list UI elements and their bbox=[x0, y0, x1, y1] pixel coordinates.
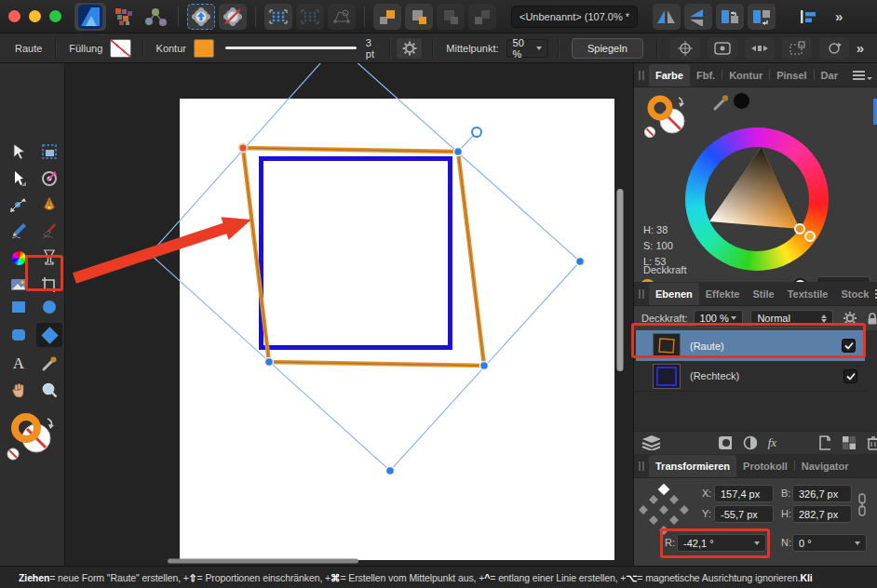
tab-darstellung[interactable]: Dar bbox=[815, 64, 844, 87]
tab-pinsel[interactable]: Pinsel bbox=[770, 64, 813, 87]
insertion-order-button[interactable] bbox=[794, 4, 822, 30]
diamond-tool-selected[interactable] bbox=[36, 323, 62, 347]
export-persona-button[interactable] bbox=[142, 4, 169, 30]
corner-handle-bottom[interactable] bbox=[386, 467, 395, 475]
rotation-dropdown[interactable]: -42,1 ° bbox=[677, 534, 766, 552]
mask-layer-icon[interactable] bbox=[718, 435, 733, 450]
rectangle-tool[interactable] bbox=[6, 295, 32, 319]
move-tool[interactable] bbox=[6, 140, 32, 164]
layer-row-rechteck[interactable]: (Rechteck) bbox=[636, 361, 867, 392]
trash-icon[interactable] bbox=[867, 435, 877, 450]
panel-menu-icon[interactable] bbox=[853, 71, 872, 80]
color-wheel[interactable] bbox=[685, 127, 829, 271]
move-to-back-button[interactable] bbox=[468, 4, 496, 30]
hue-ring-marker[interactable] bbox=[805, 232, 815, 241]
mirror-button[interactable]: Spiegeln bbox=[572, 38, 643, 59]
vector-brush-tool[interactable] bbox=[36, 219, 62, 243]
width-input[interactable]: 326,7 px bbox=[792, 485, 852, 502]
snap-grid-button-2[interactable] bbox=[296, 4, 324, 30]
move-to-front-button[interactable] bbox=[373, 4, 401, 30]
edge-handle-top-right[interactable] bbox=[454, 148, 463, 156]
blend-mode-dropdown[interactable]: Normal bbox=[750, 310, 832, 327]
transform-bounds-button[interactable] bbox=[782, 37, 812, 60]
visibility-checkbox[interactable] bbox=[843, 369, 857, 383]
ellipse-tool[interactable] bbox=[36, 295, 62, 319]
rotate-clockwise-button[interactable] bbox=[748, 4, 776, 30]
fx-icon[interactable]: fx bbox=[768, 435, 776, 450]
x-input[interactable]: 157,4 px bbox=[714, 485, 774, 502]
tab-navigator[interactable]: Navigator bbox=[795, 455, 856, 477]
rotation-handle[interactable] bbox=[472, 127, 481, 137]
flip-horizontal-button[interactable] bbox=[653, 4, 681, 30]
tab-protokoll[interactable]: Protokoll bbox=[736, 455, 794, 477]
vertical-scrollbar-thumb[interactable] bbox=[617, 189, 624, 371]
layers-opacity-dropdown[interactable]: 100 % bbox=[694, 310, 744, 327]
triangle-selector-marker[interactable] bbox=[795, 224, 804, 234]
adjustment-layer-icon[interactable] bbox=[743, 435, 756, 450]
stroke-width-slider[interactable] bbox=[225, 47, 356, 49]
horizontal-scrollbar-thumb[interactable] bbox=[168, 559, 358, 564]
tab-transformieren[interactable]: Transformieren bbox=[649, 455, 736, 477]
tab-ebenen[interactable]: Ebenen bbox=[649, 283, 699, 305]
link-dimensions-chain-icon[interactable] bbox=[857, 493, 867, 517]
hsl-triangle[interactable] bbox=[685, 127, 829, 271]
pencil-tool[interactable] bbox=[6, 219, 32, 243]
new-layer-icon[interactable] bbox=[819, 435, 830, 450]
vector-crop-tool[interactable] bbox=[36, 273, 62, 297]
show-selection-button[interactable] bbox=[708, 37, 737, 60]
tab-stock[interactable]: Stock bbox=[834, 283, 875, 305]
tab-farbe[interactable]: Farbe bbox=[649, 64, 690, 87]
text-tool[interactable]: A bbox=[6, 352, 32, 376]
snap-grid-button-1[interactable] bbox=[264, 4, 292, 30]
pixel-persona-button[interactable] bbox=[110, 4, 138, 30]
corner-handle-right[interactable] bbox=[576, 258, 585, 266]
pen-tool[interactable] bbox=[36, 193, 62, 217]
y-input[interactable]: -55,7 px bbox=[714, 505, 774, 523]
snap-midpoints-button[interactable] bbox=[745, 37, 775, 60]
stroke-options-gear-button[interactable] bbox=[396, 37, 423, 60]
auto-select-on-button[interactable] bbox=[187, 4, 215, 30]
flip-vertical-button[interactable] bbox=[684, 4, 712, 30]
rotate-selection-button[interactable] bbox=[819, 37, 849, 60]
zoom-tool[interactable] bbox=[36, 379, 62, 403]
hand-tool[interactable] bbox=[6, 379, 32, 403]
rounded-rectangle-tool[interactable] bbox=[6, 323, 32, 347]
tab-effekte[interactable]: Effekte bbox=[699, 283, 747, 305]
designer-persona-button[interactable] bbox=[74, 3, 106, 31]
recent-color-swatch[interactable] bbox=[733, 92, 750, 110]
point-transform-tool[interactable] bbox=[36, 167, 62, 191]
selected-node-handle[interactable] bbox=[239, 144, 248, 153]
height-input[interactable]: 282,7 px bbox=[792, 505, 852, 523]
context-overflow-chevron[interactable]: » bbox=[851, 40, 870, 56]
layer-row-raute[interactable]: (Raute) bbox=[636, 330, 865, 361]
layers-stack-icon[interactable] bbox=[641, 435, 660, 450]
visibility-checkbox[interactable] bbox=[842, 339, 856, 353]
fill-stroke-indicator[interactable] bbox=[4, 409, 63, 463]
panel-grip[interactable] bbox=[639, 461, 644, 471]
minimize-window-button[interactable] bbox=[29, 10, 41, 22]
fill-tool[interactable] bbox=[6, 246, 32, 270]
panel-grip[interactable] bbox=[639, 289, 644, 299]
stroke-swatch[interactable] bbox=[194, 39, 214, 58]
edge-handle-bottom-right[interactable] bbox=[480, 362, 489, 370]
tab-kontur[interactable]: Kontur bbox=[722, 64, 769, 87]
midpoint-dropdown[interactable]: 50 % bbox=[506, 39, 549, 58]
transparency-tool[interactable] bbox=[36, 246, 62, 270]
shear-dropdown[interactable]: 0 ° bbox=[792, 534, 867, 552]
snap-center-button[interactable] bbox=[670, 37, 700, 60]
move-forward-button[interactable] bbox=[405, 4, 433, 30]
close-window-button[interactable] bbox=[8, 10, 20, 22]
color-picker-tool[interactable] bbox=[36, 352, 62, 376]
tab-farbfelder[interactable]: Fbf. bbox=[690, 64, 722, 87]
tab-textstile[interactable]: Textstile bbox=[781, 283, 835, 305]
toolbar-overflow-chevron[interactable]: » bbox=[830, 8, 848, 24]
tab-stile[interactable]: Stile bbox=[746, 283, 780, 305]
rotate-counterclockwise-button[interactable] bbox=[716, 4, 744, 30]
artboard-tool[interactable] bbox=[36, 140, 62, 164]
node-tool[interactable] bbox=[6, 167, 32, 191]
document-title-dropdown[interactable]: <Unbenannt> (107.0% * bbox=[511, 6, 638, 28]
fill-swatch[interactable] bbox=[110, 39, 130, 58]
canvas-viewport[interactable] bbox=[65, 63, 633, 566]
snap-shape-button[interactable] bbox=[328, 4, 356, 30]
auto-select-off-button[interactable] bbox=[219, 4, 247, 30]
